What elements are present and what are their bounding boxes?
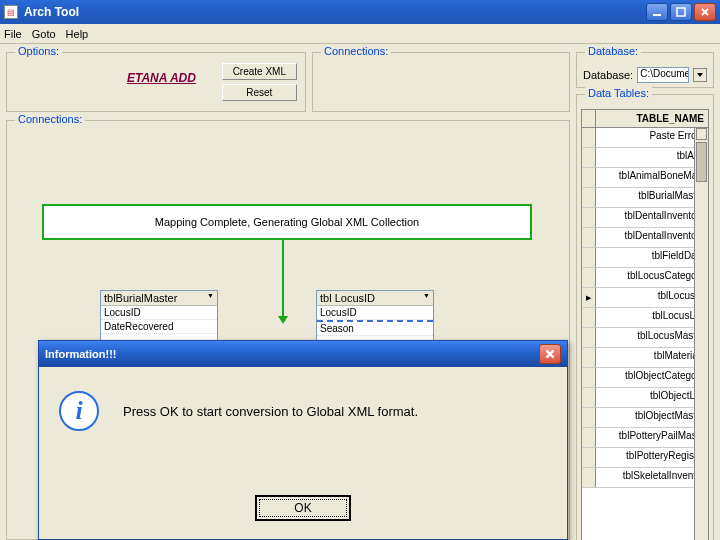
row-header[interactable]	[582, 168, 596, 187]
options-title: Options:	[15, 45, 62, 57]
cell[interactable]: tblObjectCategory	[596, 368, 708, 387]
scroll-up-icon[interactable]	[696, 128, 707, 140]
menu-help[interactable]: Help	[66, 28, 89, 40]
cell[interactable]: tblObjectMaster	[596, 408, 708, 427]
row-header[interactable]	[582, 128, 596, 147]
table-row[interactable]: Paste Errors	[582, 128, 708, 148]
row-header[interactable]	[582, 288, 596, 307]
table-row[interactable]: tblDentalInventory	[582, 228, 708, 248]
cell[interactable]: tblAge	[596, 148, 708, 167]
table-row[interactable]: tblFieldData	[582, 248, 708, 268]
row-header[interactable]	[582, 468, 596, 487]
dialog-close-button[interactable]	[539, 344, 561, 364]
table-row[interactable]: tblLocusList	[582, 308, 708, 328]
reset-button[interactable]: Reset	[222, 84, 297, 101]
app-icon: ▤	[4, 5, 18, 19]
datatables-grid[interactable]: TABLE_NAME Paste ErrorstblAgetblAnimalBo…	[581, 109, 709, 540]
menubar: File Goto Help	[0, 24, 720, 44]
listbox-burialmaster[interactable]: tblBurialMaster LocusID DateRecovered	[100, 290, 218, 342]
cell[interactable]: tblPotteryPailMaste	[596, 428, 708, 447]
list-item[interactable]: Season	[317, 320, 433, 336]
cell[interactable]: tblFieldData	[596, 248, 708, 267]
maximize-button[interactable]	[670, 3, 692, 21]
table-row[interactable]: tblLocusMaster	[582, 328, 708, 348]
cell[interactable]: tblDentalInventory	[596, 208, 708, 227]
database-dropdown-icon[interactable]	[693, 68, 707, 82]
svg-rect-1	[677, 8, 685, 16]
cell[interactable]: Paste Errors	[596, 128, 708, 147]
database-group: Database: Database: C:\Documents a	[576, 52, 714, 88]
menu-goto[interactable]: Goto	[32, 28, 56, 40]
listbox1-title[interactable]: tblBurialMaster	[101, 291, 217, 306]
information-dialog: Information!!! i Press OK to start conve…	[38, 340, 568, 540]
row-header[interactable]	[582, 428, 596, 447]
database-path-input[interactable]: C:\Documents a	[637, 67, 689, 83]
create-xml-button[interactable]: Create XML	[222, 63, 297, 80]
ok-button[interactable]: OK	[255, 495, 351, 521]
row-header[interactable]	[582, 448, 596, 467]
cell[interactable]: tblPotteryRegistry	[596, 448, 708, 467]
connections-top-title: Connections:	[321, 45, 391, 57]
listbox-locusid[interactable]: tbl LocusID LocusID Season	[316, 290, 434, 342]
scroll-thumb[interactable]	[696, 142, 707, 182]
datatables-group: Data Tables: TABLE_NAME Paste ErrorstblA…	[576, 94, 714, 540]
table-row[interactable]: tblObjectList	[582, 388, 708, 408]
etana-add-link[interactable]: ETANA ADD	[127, 71, 196, 85]
table-row[interactable]: tblAge	[582, 148, 708, 168]
cell[interactable]: tblLocusList	[596, 308, 708, 327]
table-row[interactable]: tblPotteryRegistry	[582, 448, 708, 468]
list-item[interactable]: DateRecovered	[101, 320, 217, 334]
cell[interactable]: tblBurialMaster	[596, 188, 708, 207]
table-row[interactable]: tblBurialMaster	[582, 188, 708, 208]
row-header[interactable]	[582, 208, 596, 227]
row-header[interactable]	[582, 248, 596, 267]
cell[interactable]: tblDentalInventory	[596, 228, 708, 247]
table-row[interactable]: tblMaterials	[582, 348, 708, 368]
row-header[interactable]	[582, 268, 596, 287]
status-arrow-icon	[282, 240, 284, 318]
column-header[interactable]: TABLE_NAME	[596, 113, 708, 124]
row-header[interactable]	[582, 388, 596, 407]
status-banner: Mapping Complete, Generating Global XML …	[42, 204, 532, 240]
grid-vertical-scrollbar[interactable]	[694, 128, 708, 540]
dialog-titlebar[interactable]: Information!!!	[39, 341, 567, 367]
table-row[interactable]: tblLocusCategory	[582, 268, 708, 288]
row-header[interactable]	[582, 368, 596, 387]
window-buttons	[646, 3, 716, 21]
table-row[interactable]: tblLocusID	[582, 288, 708, 308]
info-icon: i	[59, 391, 99, 431]
row-header[interactable]	[582, 348, 596, 367]
listbox2-title[interactable]: tbl LocusID	[317, 291, 433, 306]
row-header[interactable]	[582, 408, 596, 427]
table-row[interactable]: tblAnimalBoneMast	[582, 168, 708, 188]
grid-header: TABLE_NAME	[582, 110, 708, 128]
row-header[interactable]	[582, 308, 596, 327]
cell[interactable]: tblLocusMaster	[596, 328, 708, 347]
content-area: Options: ETANA ADD Create XML Reset Conn…	[0, 44, 720, 540]
close-button[interactable]	[694, 3, 716, 21]
row-header[interactable]	[582, 228, 596, 247]
cell[interactable]: tblLocusID	[596, 288, 708, 307]
window-titlebar: ▤ Arch Tool	[0, 0, 720, 24]
table-row[interactable]: tblPotteryPailMaste	[582, 428, 708, 448]
cell[interactable]: tblSkeletalInventor	[596, 468, 708, 487]
minimize-button[interactable]	[646, 3, 668, 21]
cell[interactable]: tblLocusCategory	[596, 268, 708, 287]
datatables-title: Data Tables:	[585, 87, 652, 99]
row-header[interactable]	[582, 188, 596, 207]
table-row[interactable]: tblSkeletalInventor	[582, 468, 708, 488]
options-group: Options: ETANA ADD Create XML Reset	[6, 52, 306, 112]
cell[interactable]: tblAnimalBoneMast	[596, 168, 708, 187]
database-title: Database:	[585, 45, 641, 57]
row-header[interactable]	[582, 148, 596, 167]
row-header[interactable]	[582, 328, 596, 347]
list-item[interactable]: LocusID	[101, 306, 217, 320]
list-item[interactable]: LocusID	[317, 306, 433, 320]
cell[interactable]: tblObjectList	[596, 388, 708, 407]
table-row[interactable]: tblDentalInventory	[582, 208, 708, 228]
window-title: Arch Tool	[22, 5, 646, 19]
table-row[interactable]: tblObjectMaster	[582, 408, 708, 428]
table-row[interactable]: tblObjectCategory	[582, 368, 708, 388]
cell[interactable]: tblMaterials	[596, 348, 708, 367]
menu-file[interactable]: File	[4, 28, 22, 40]
